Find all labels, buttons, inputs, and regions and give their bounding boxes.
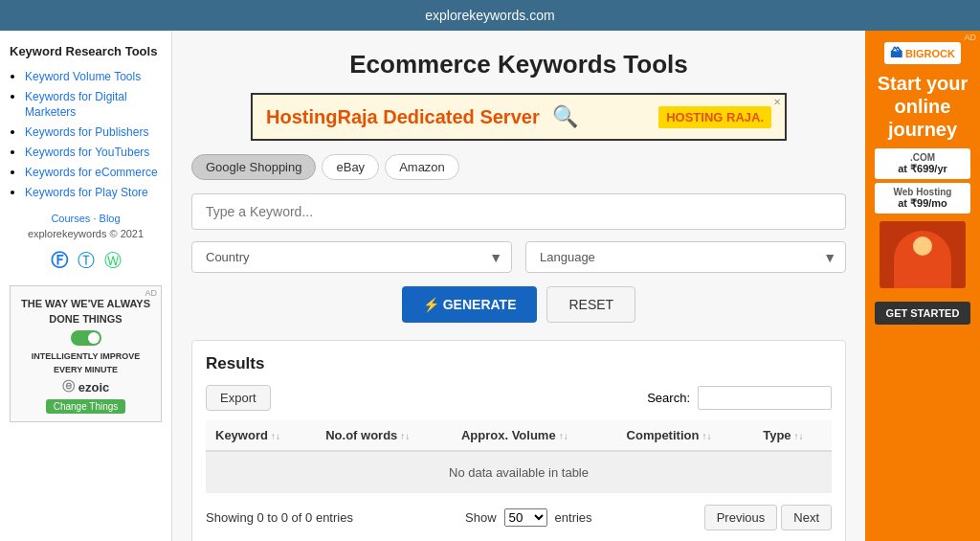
generate-button[interactable]: ⚡ GENERATE	[402, 286, 538, 323]
sidebar-nav-link[interactable]: Keywords for Play Store	[25, 186, 148, 199]
sort-icon: ↑↓	[559, 431, 568, 441]
sort-icon: ↑↓	[794, 431, 804, 441]
ezoic-logo: ⓔ ezoic	[18, 378, 153, 395]
sidebar-nav-link[interactable]: Keyword Volume Tools	[25, 70, 141, 83]
facebook-icon[interactable]: Ⓕ	[51, 249, 68, 272]
banner-text: HostingRaja Dedicated Server 🔍	[266, 104, 586, 129]
sidebar-ad-line4: EVERY MINUTE	[18, 365, 153, 374]
show-label: Show	[465, 510, 497, 525]
right-ad: AD 🏔 BIGROCK Start your online journey .…	[865, 31, 980, 541]
banner-ad: ✕ HostingRaja Dedicated Server 🔍 HOSTING…	[251, 93, 787, 141]
language-dropdown-wrap: Language ▼	[525, 241, 846, 273]
table-footer: Showing 0 to 0 of 0 entries Show 1025501…	[206, 505, 832, 530]
sidebar-nav-link[interactable]: Keywords for Publishers	[25, 125, 148, 139]
country-dropdown[interactable]: Country	[191, 241, 512, 273]
sidebar-nav: Keyword Volume ToolsKeywords for Digital…	[10, 68, 162, 199]
sidebar-nav-link[interactable]: Keywords for eCommerce	[25, 166, 158, 179]
language-dropdown[interactable]: Language	[525, 241, 846, 273]
sidebar-blog-link[interactable]: Blog	[100, 213, 121, 224]
table-header-keyword[interactable]: Keyword↑↓	[206, 420, 316, 451]
sort-icon: ↑↓	[400, 431, 410, 441]
showing-entries-text: Showing 0 to 0 of 0 entries	[206, 510, 353, 525]
no-data-cell: No data available in table	[206, 451, 832, 493]
results-title: Results	[206, 354, 832, 373]
sidebar-nav-item: Keywords for Publishers	[25, 124, 162, 139]
sidebar-courses-link[interactable]: Courses	[51, 213, 90, 224]
tabs-row: Google ShoppingeBayAmazon	[191, 154, 846, 180]
results-table: Keyword↑↓No.of words↑↓Approx. Volume↑↓Co…	[206, 420, 832, 493]
keyword-input[interactable]	[191, 193, 846, 230]
search-input[interactable]	[698, 386, 832, 410]
sidebar-copyright: explorekeywords © 2021	[10, 228, 162, 239]
show-entries-select[interactable]: 102550100	[504, 508, 547, 527]
sidebar-ad-line3: INTELLIGENTLY IMPROVE	[18, 351, 153, 361]
pagination: Previous Next	[704, 505, 832, 530]
banner-text-accent: Dedicated Server	[378, 106, 540, 127]
tab-amazon[interactable]: Amazon	[385, 154, 459, 180]
entries-label: entries	[555, 510, 592, 525]
get-started-button[interactable]: GET STARTED	[875, 302, 970, 325]
bigrock-brand: BIGROCK	[905, 48, 955, 59]
telegram-icon[interactable]: Ⓣ	[78, 249, 95, 272]
right-ad-image	[880, 221, 966, 288]
results-toolbar: Export Search:	[206, 385, 832, 411]
site-url: explorekeywords.com	[425, 8, 554, 23]
sidebar-ad: AD THE WAY WE'VE ALWAYS DONE THINGS INTE…	[10, 285, 162, 422]
com-price: at ₹699/yr	[898, 163, 947, 174]
search-row: Search:	[647, 386, 832, 410]
sidebar-ad-label: AD	[145, 288, 157, 298]
page-title: Ecommerce Keywords Tools	[191, 50, 846, 79]
actions-row: ⚡ GENERATE RESET	[191, 286, 846, 323]
sidebar-footer: Courses · Blog	[10, 213, 162, 224]
hosting-price-row: Web Hosting at ₹99/mo	[875, 183, 970, 214]
results-section: Results Export Search: Keyword↑↓No.of wo…	[191, 340, 846, 541]
banner-logo: HOSTING RAJA.	[658, 106, 771, 128]
whatsapp-icon[interactable]: Ⓦ	[104, 249, 122, 272]
com-label: .COM	[880, 152, 965, 163]
sidebar-nav-item: Keywords for eCommerce	[25, 164, 162, 179]
sidebar-nav-link[interactable]: Keywords for YouTubers	[25, 146, 149, 159]
table-header-approx.-volume[interactable]: Approx. Volume↑↓	[452, 420, 617, 451]
com-price-row: .COM at ₹699/yr	[875, 148, 970, 179]
banner-search-icon: 🔍	[552, 104, 578, 128]
sidebar-ad-line1: THE WAY WE'VE ALWAYS	[18, 298, 153, 309]
dropdowns-row: Country ▼ Language ▼	[191, 241, 846, 273]
sidebar-nav-item: Keyword Volume Tools	[25, 68, 162, 83]
country-dropdown-wrap: Country ▼	[191, 241, 512, 273]
right-ad-headline: Start your online journey	[875, 72, 970, 141]
previous-button[interactable]: Previous	[704, 505, 778, 530]
banner-text-before: HostingRaja	[266, 106, 378, 127]
sort-icon: ↑↓	[271, 431, 280, 441]
sidebar-nav-link[interactable]: Keywords for Digital Marketers	[25, 90, 127, 119]
bigrock-logo: 🏔 BIGROCK	[884, 42, 961, 64]
tab-ebay[interactable]: eBay	[322, 154, 379, 180]
table-header-type[interactable]: Type↑↓	[753, 420, 832, 451]
sidebar-title: Keyword Research Tools	[10, 44, 162, 58]
sidebar-nav-item: Keywords for Play Store	[25, 184, 162, 199]
sidebar-social-icons: Ⓕ Ⓣ Ⓦ	[10, 249, 162, 272]
showing-text: Showing 0 to 0 of 0 entries	[206, 510, 353, 525]
bigrock-icon: 🏔	[890, 46, 902, 60]
sort-icon: ↑↓	[702, 431, 711, 441]
banner-inner: HostingRaja Dedicated Server 🔍 HOSTING R…	[266, 104, 771, 129]
ezoic-toggle[interactable]	[71, 330, 101, 346]
table-header-no.of-words[interactable]: No.of words↑↓	[316, 420, 452, 451]
export-button[interactable]: Export	[206, 385, 271, 411]
reset-button[interactable]: RESET	[546, 286, 635, 323]
sidebar-nav-item: Keywords for Digital Marketers	[25, 88, 162, 119]
ezoic-icon: ⓔ	[62, 378, 75, 395]
main-content: Ecommerce Keywords Tools ✕ HostingRaja D…	[172, 31, 865, 541]
ezoic-change-button[interactable]: Change Things	[46, 399, 126, 414]
next-button[interactable]: Next	[781, 505, 832, 530]
table-header-competition[interactable]: Competition↑↓	[617, 420, 754, 451]
sidebar-ad-line2: DONE THINGS	[18, 313, 153, 325]
banner-ad-close-icon[interactable]: ✕	[773, 97, 781, 107]
search-label: Search:	[647, 391, 690, 405]
hosting-label: Web Hosting	[880, 187, 965, 197]
show-entries-row: Show 102550100 entries	[465, 508, 592, 527]
right-ad-label: AD	[964, 33, 976, 42]
toggle-row	[18, 330, 153, 346]
tab-google-shopping[interactable]: Google Shopping	[191, 154, 316, 180]
hosting-price: at ₹99/mo	[898, 197, 947, 209]
top-bar: explorekeywords.com	[0, 0, 980, 31]
